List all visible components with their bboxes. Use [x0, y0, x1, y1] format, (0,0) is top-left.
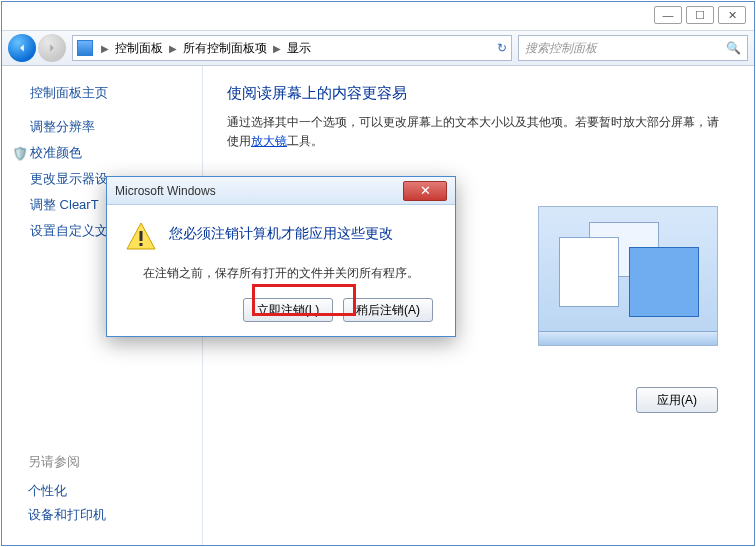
close-window-button[interactable]: ✕ — [718, 6, 746, 24]
preview-window-icon — [559, 237, 619, 307]
sidebar-item-calibrate-color[interactable]: 🛡️ 校准颜色 — [2, 140, 202, 166]
see-also-header: 另请参阅 — [28, 453, 106, 471]
logoff-now-button[interactable]: 立即注销(L) — [243, 298, 333, 322]
logoff-later-button[interactable]: 稍后注销(A) — [343, 298, 433, 322]
chevron-right-icon: ▶ — [271, 43, 283, 54]
breadcrumb-item[interactable]: 显示 — [283, 40, 315, 57]
control-panel-icon — [77, 40, 93, 56]
search-icon[interactable]: 🔍 — [726, 41, 741, 55]
sidebar-title[interactable]: 控制面板主页 — [2, 84, 202, 114]
close-icon: ✕ — [420, 183, 431, 198]
svg-rect-0 — [140, 231, 143, 241]
maximize-button[interactable]: ☐ — [686, 6, 714, 24]
sidebar-item-resolution[interactable]: 调整分辨率 — [2, 114, 202, 140]
dialog-heading: 您必须注销计算机才能应用这些更改 — [169, 225, 393, 243]
see-also-personalization[interactable]: 个性化 — [28, 479, 106, 503]
back-button[interactable] — [8, 34, 36, 62]
forward-button — [38, 34, 66, 62]
dialog-message: 在注销之前，保存所有打开的文件并关闭所有程序。 — [125, 265, 437, 282]
navigation-bar: ▶ 控制面板 ▶ 所有控制面板项 ▶ 显示 ↻ 搜索控制面板 🔍 — [2, 30, 754, 66]
apply-button[interactable]: 应用(A) — [636, 387, 718, 413]
see-also-section: 另请参阅 个性化 设备和打印机 — [28, 453, 106, 527]
preview-taskbar-icon — [539, 331, 717, 345]
breadcrumb-item[interactable]: 控制面板 — [111, 40, 167, 57]
warning-icon — [125, 221, 157, 253]
search-placeholder: 搜索控制面板 — [525, 40, 597, 57]
breadcrumb-item[interactable]: 所有控制面板项 — [179, 40, 271, 57]
arrow-left-icon — [15, 41, 29, 55]
refresh-icon[interactable]: ↻ — [497, 41, 507, 55]
display-preview — [538, 206, 718, 346]
see-also-devices-printers[interactable]: 设备和打印机 — [28, 503, 106, 527]
dialog-title-text: Microsoft Windows — [115, 184, 216, 198]
magnifier-link[interactable]: 放大镜 — [251, 134, 287, 148]
logoff-dialog: Microsoft Windows ✕ 您必须注销计算机才能应用这些更改 在注销… — [106, 176, 456, 337]
dialog-titlebar[interactable]: Microsoft Windows ✕ — [107, 177, 455, 205]
chevron-right-icon: ▶ — [99, 43, 111, 54]
breadcrumb[interactable]: ▶ 控制面板 ▶ 所有控制面板项 ▶ 显示 ↻ — [72, 35, 512, 61]
arrow-right-icon — [45, 41, 59, 55]
window-controls: — ☐ ✕ — [2, 2, 754, 30]
preview-window-icon — [629, 247, 699, 317]
page-heading: 使阅读屏幕上的内容更容易 — [227, 84, 730, 103]
page-description: 通过选择其中一个选项，可以更改屏幕上的文本大小以及其他项。若要暂时放大部分屏幕，… — [227, 113, 730, 151]
search-input[interactable]: 搜索控制面板 🔍 — [518, 35, 748, 61]
shield-icon: 🛡️ — [12, 146, 26, 160]
minimize-button[interactable]: — — [654, 6, 682, 24]
svg-rect-1 — [140, 243, 143, 246]
chevron-right-icon: ▶ — [167, 43, 179, 54]
dialog-close-button[interactable]: ✕ — [403, 181, 447, 201]
